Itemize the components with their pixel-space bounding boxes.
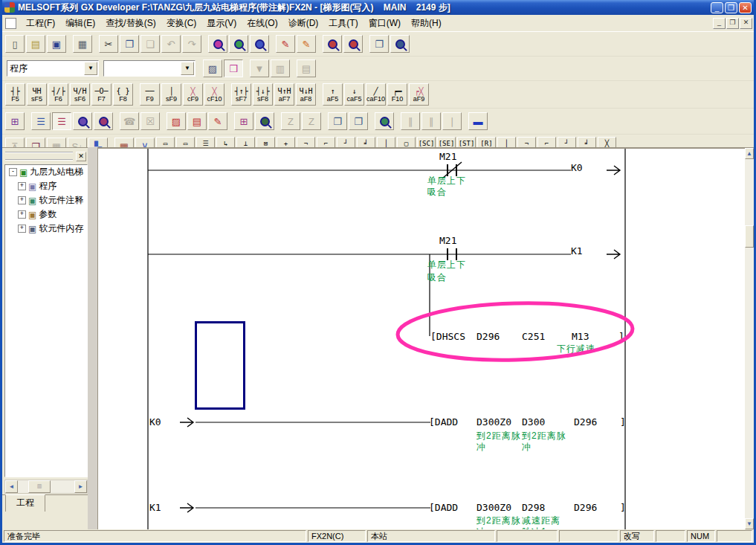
print-button[interactable]: ▦ <box>73 35 92 53</box>
ladder-symbol-icon: [R] <box>480 140 492 147</box>
menu-e[interactable]: 编辑(E) <box>60 16 100 31</box>
hscroll-thumb[interactable]: ▥ <box>28 480 51 493</box>
app-icon <box>4 2 15 13</box>
menu-d[interactable]: 诊断(D) <box>283 16 324 31</box>
vscroll-thumb[interactable] <box>745 225 754 248</box>
tree-root-project[interactable]: -▣九层九站电梯 <box>5 165 87 179</box>
redo-arrow-icon: ↷ <box>188 39 196 49</box>
comment-edit-button[interactable]: ▨ <box>203 59 222 77</box>
scroll-right-button[interactable]: ► <box>74 480 87 493</box>
vertical-line-button[interactable]: │sF9 <box>161 83 181 106</box>
find-instruction-button[interactable] <box>250 35 269 53</box>
open-button[interactable]: ▤ <box>26 35 45 53</box>
menu-v[interactable]: 显示(V) <box>201 16 242 31</box>
find-device-button[interactable] <box>229 35 248 53</box>
line-write-button[interactable]: ┍━F10 <box>387 83 407 106</box>
copy-button[interactable]: ❐ <box>120 35 139 53</box>
find-coil-button[interactable] <box>343 35 363 53</box>
menu-h[interactable]: 帮助(H) <box>406 16 447 31</box>
menu-c[interactable]: 变换(C) <box>161 16 202 31</box>
close-panel-button[interactable]: ✕ <box>76 152 86 161</box>
drag-grip[interactable] <box>5 152 73 161</box>
device-comment-edit-button[interactable]: ✎ <box>276 35 295 53</box>
note-find-button[interactable] <box>73 112 92 130</box>
find-circuit-button[interactable] <box>390 35 410 53</box>
coil-button[interactable]: ─O─F7 <box>91 83 112 106</box>
device-test-button[interactable]: ▨ <box>167 112 186 130</box>
ladder-canvas[interactable]: M21K0单层上下吸合M21K1单层上下吸合[DHSCSD296C251M13]… <box>98 149 745 529</box>
comment-display-button[interactable]: ☰ <box>31 112 51 130</box>
scroll-down-button[interactable]: ▼ <box>745 518 754 529</box>
device-find-button[interactable] <box>94 112 113 130</box>
close-button[interactable]: ✕ <box>739 2 752 13</box>
expand-box-icon[interactable]: + <box>18 182 26 190</box>
new-button[interactable]: ▯ <box>5 35 25 53</box>
scroll-up-button[interactable]: ▲ <box>745 148 754 159</box>
application-instruction-button[interactable]: { }F8 <box>113 83 133 106</box>
expand-box-icon[interactable]: - <box>9 168 17 176</box>
restore-button[interactable]: ❐ <box>725 2 737 13</box>
ladder-symbol-icon: ⌐ <box>545 140 549 147</box>
tree-item-软元件注释[interactable]: +▣软元件注释 <box>5 193 87 207</box>
statement-edit-button[interactable]: ✎ <box>297 35 316 53</box>
menu-s[interactable]: 查找/替换(S) <box>100 16 161 31</box>
cut-button[interactable]: ✂ <box>99 35 118 53</box>
chevron-down-icon[interactable]: ▼ <box>181 62 194 75</box>
save-button[interactable]: ▣ <box>47 35 66 53</box>
device-select-combo[interactable]: ▼ <box>103 60 196 77</box>
forced-io-button[interactable]: ▤ <box>187 112 207 130</box>
instruction-list-button[interactable]: ⊞ <box>5 112 25 130</box>
program-select-combo[interactable]: 程序 ▼ <box>7 60 99 77</box>
delete-horizontal-line-button[interactable]: ╳cF9 <box>183 83 203 106</box>
ladder-symbol-icon: ┘ <box>565 140 569 147</box>
program-check-icon: ⊞ <box>240 117 248 126</box>
online-change-button[interactable]: ✎ <box>208 112 227 130</box>
parallel-falling-pulse-button[interactable]: Ч↓НaF8 <box>296 83 316 106</box>
project-tree-toggle-button[interactable]: ❒ <box>224 59 243 77</box>
program-check-button[interactable]: ⊞ <box>234 112 253 130</box>
tree-item-参数[interactable]: +▣参数 <box>5 207 87 222</box>
tree-item-label: 软元件内存 <box>39 222 83 235</box>
minimize-button[interactable]: _ <box>711 2 723 13</box>
parallel-open-contact-button[interactable]: ЧНsF5 <box>27 83 47 106</box>
sampling-trace-button[interactable] <box>255 112 274 130</box>
key-label: sF9 <box>166 95 177 103</box>
status-bar: 准备完毕FX2N(C)本站改写NUM <box>2 529 754 543</box>
mdi-child-icon[interactable] <box>5 18 16 29</box>
tree-item-程序[interactable]: +▣程序 <box>5 179 87 193</box>
ladder-symbol-icon: │ <box>384 140 388 147</box>
expand-box-icon[interactable]: + <box>18 225 26 233</box>
mdi-close-button[interactable]: ✕ <box>740 18 752 29</box>
panel-splitter[interactable] <box>88 147 97 529</box>
open-contact-button[interactable]: ┤├F5 <box>5 83 25 106</box>
menu-f[interactable]: 工程(F) <box>21 16 60 31</box>
chevron-down-icon[interactable]: ▼ <box>84 62 97 75</box>
statement-display-button[interactable]: ☰ <box>52 112 71 130</box>
invert-operation-button[interactable]: ╱caF10 <box>366 83 386 106</box>
menu-w[interactable]: 窗口(W) <box>364 16 406 31</box>
screen-switch-button[interactable]: ❐ <box>369 35 389 53</box>
mdi-restore-button[interactable]: ❐ <box>726 18 739 29</box>
falling-pulse-button[interactable]: ┤↓├sF8 <box>253 83 273 106</box>
expand-box-icon[interactable]: + <box>18 210 26 219</box>
rising-pulse-button[interactable]: ┤↑├sF7 <box>231 83 251 106</box>
mdi-minimize-button[interactable]: _ <box>713 18 726 29</box>
jump-destination-button[interactable]: ❐ <box>349 112 368 130</box>
parallel-closed-contact-button[interactable]: Ч/НsF6 <box>70 83 90 106</box>
find-contact-button[interactable] <box>323 35 342 53</box>
closed-contact-button[interactable]: ┤/├F6 <box>48 83 68 106</box>
circuit-find-button[interactable] <box>375 112 394 130</box>
menu-t[interactable]: 工具(T) <box>323 16 363 31</box>
horizontal-line-button[interactable]: ──F9 <box>140 83 160 106</box>
delete-vertical-line-button[interactable]: ╳cF10 <box>204 83 224 106</box>
line-delete-button[interactable]: ┍╳aF9 <box>409 83 429 106</box>
scroll-left-button[interactable]: ◄ <box>5 480 18 493</box>
find-button[interactable] <box>208 35 227 53</box>
jump-source-button[interactable]: ❐ <box>328 112 347 130</box>
expand-box-icon[interactable]: + <box>18 196 26 204</box>
tree-item-软元件内存[interactable]: +▣软元件内存 <box>5 222 87 236</box>
parallel-rising-pulse-button[interactable]: Ч↑НaF7 <box>274 83 294 106</box>
tab-project[interactable]: 工程 <box>5 494 45 512</box>
monitor-button[interactable]: ▬ <box>468 112 488 130</box>
menu-o[interactable]: 在线(O) <box>242 16 282 31</box>
